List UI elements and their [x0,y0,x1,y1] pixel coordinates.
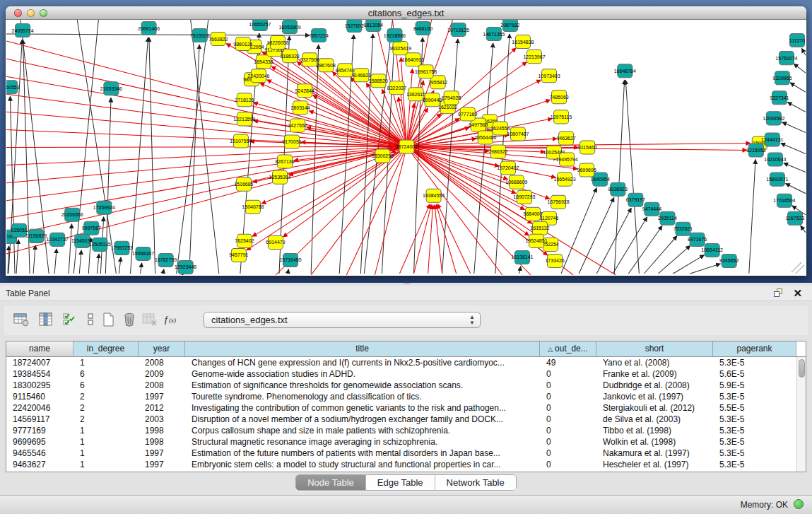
graph-node[interactable]: 16782759 [155,253,177,267]
graph-node[interactable]: 9463627 [556,132,575,145]
graph-edge[interactable] [442,39,458,274]
graph-edge[interactable] [407,146,502,275]
column-header-pagerank[interactable]: pagerank [713,341,796,356]
graph-node[interactable]: 12975115 [551,110,572,124]
table-mode-button[interactable] [11,310,31,329]
graph-edge[interactable] [163,269,164,274]
graph-edge[interactable] [435,205,442,274]
graph-edge[interactable] [784,163,806,173]
graph-node[interactable]: 1588520 [369,74,388,88]
table-row[interactable]: 1456911722003Disruption of a novel membe… [6,414,796,425]
graph-node[interactable]: 17957253 [111,241,133,255]
graph-node[interactable]: 9699695 [577,163,596,177]
graph-node[interactable]: 22420046 [247,69,269,83]
graph-node[interactable]: 10807487 [507,127,529,141]
close-panel-icon[interactable]: ✕ [793,287,802,300]
graph-node[interactable]: 24055724 [11,24,33,37]
graph-edge[interactable] [79,250,81,274]
graph-node[interactable]: 15046788 [242,200,264,214]
tab-network-table[interactable]: Network Table [435,475,516,490]
graph-node[interactable]: 9777169 [458,107,477,121]
column-header-year[interactable]: year [139,341,185,356]
graph-node[interactable]: 7532621 [673,222,693,235]
graph-node[interactable]: 13535394 [269,170,290,184]
graph-edge[interactable] [149,37,155,274]
graph-edge[interactable] [69,224,71,274]
graph-node[interactable]: 18226058 [266,36,288,49]
column-header-in_degree[interactable]: in_degree [73,341,139,356]
graph-node[interactable]: 16154838 [512,35,534,49]
network-table-select[interactable]: citations_edges.txt ▲▼ [204,312,481,328]
graph-edge[interactable] [6,76,407,146]
graph-node[interactable]: 10655257 [249,20,271,31]
table-row[interactable]: 946554611997Estimation of the future num… [6,448,796,459]
graph-node[interactable]: 7625402 [235,234,254,247]
graph-node[interactable]: 1167533 [786,211,805,225]
graph-node[interactable]: 9329965 [772,71,792,85]
column-header-short[interactable]: short [596,341,713,356]
graph-edge[interactable] [6,41,407,146]
graph-node[interactable]: 19218586 [384,29,406,42]
network-window-titlebar[interactable]: citations_edges.txt [6,6,806,20]
graph-edge[interactable] [6,146,407,182]
graph-edge[interactable] [97,254,99,274]
graph-edge[interactable] [781,144,806,154]
graph-node[interactable]: 9146821 [352,69,371,82]
memory-status-indicator[interactable] [794,499,804,509]
graph-edge[interactable] [749,160,755,274]
graph-edge[interactable] [407,146,558,158]
vertical-scrollbar[interactable] [796,357,806,472]
graph-node[interactable]: 19720407 [497,161,519,175]
graph-node[interactable]: 7485063 [549,90,568,104]
graph-node[interactable]: 20691406 [138,22,160,35]
rows-button[interactable] [81,310,100,329]
graph-node[interactable]: 12342737 [47,233,69,246]
graph-node[interactable]: 8813054 [364,20,383,32]
graph-node[interactable]: 7986322 [488,145,507,158]
graph-node[interactable]: 17016504 [773,194,795,207]
table-row[interactable]: 969969511998Structural magnetic resonanc… [6,436,796,448]
graph-edge[interactable] [6,34,310,35]
table-row[interactable]: 1830029562008Estimation of significance … [6,380,796,391]
graph-node[interactable]: 7857224 [310,29,329,42]
graph-node[interactable]: 10719135 [447,23,469,37]
graph-node[interactable]: 8938923 [608,182,628,196]
graph-edge[interactable] [786,183,806,193]
graph-edge[interactable] [625,80,639,274]
tab-edge-table[interactable]: Edge Table [366,475,435,490]
graph-node[interactable]: 16210643 [764,153,786,166]
graph-edge[interactable] [119,257,121,274]
graph-edge[interactable] [177,20,208,274]
float-panel-icon[interactable] [774,288,784,298]
graph-node[interactable]: 9242844 [295,84,314,98]
column-header-name[interactable]: name [6,341,73,356]
graph-node[interactable]: 111270 [789,34,805,47]
graph-node[interactable]: 2060553 [6,81,20,94]
graph-node[interactable]: 7663822 [208,33,228,46]
network-view[interactable]: 1599811127025225439199174626693505198901… [6,20,806,275]
graph-edge[interactable] [614,80,624,274]
graph-node[interactable]: 1516685 [234,177,253,191]
graph-node[interactable]: 12213967 [523,50,545,64]
tab-node-table[interactable]: Node Table [296,475,366,490]
graph-node[interactable]: 9245652 [719,254,739,267]
graph-node[interactable]: 6914479 [266,235,285,249]
graph-node[interactable]: 9115460 [578,141,597,154]
graph-node[interactable]: 6794028 [442,91,461,105]
table-row[interactable]: 911546021997Tourette syndrome. Phenomeno… [6,391,796,402]
graph-node[interactable]: 9997587 [82,221,101,235]
table-row[interactable]: 1872400712008Changes of HCN gene express… [6,357,796,368]
scrollbar-thumb[interactable] [799,359,805,378]
graph-node[interactable]: 14671355 [483,28,505,41]
graph-edge[interactable] [787,103,806,112]
graph-edge[interactable] [141,263,142,274]
graph-edge[interactable] [10,96,15,274]
table-row[interactable]: 977716911998Corpus callosum shape and si… [6,425,796,436]
trash-button[interactable] [119,310,139,329]
graph-edge[interactable] [658,245,690,274]
graph-node[interactable]: 10688609 [505,175,527,189]
table-row[interactable]: 946362711997Embryonic stem cells: a mode… [6,459,796,470]
graph-node[interactable]: 9327508 [300,53,319,66]
graph-node[interactable]: 12093582 [763,112,784,125]
graph-node[interactable]: 9170051 [282,135,301,148]
